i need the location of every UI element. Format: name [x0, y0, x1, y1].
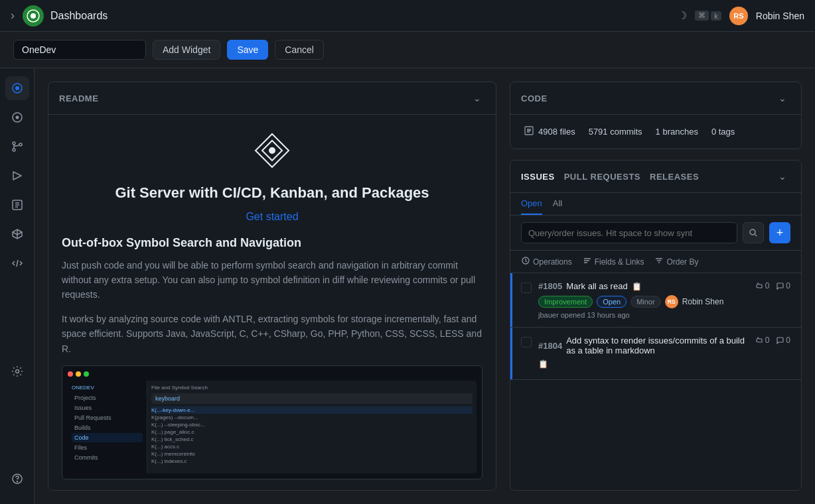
- issue-title-1804[interactable]: Add syntax to render issues/commits of a…: [566, 336, 748, 355]
- sidebar: [0, 68, 35, 504]
- stat-item-files: 4908 files: [524, 125, 575, 138]
- sidebar-item-pullrequests[interactable]: [5, 135, 29, 158]
- reaction-comment-1805[interactable]: 0: [776, 281, 790, 290]
- reaction-count-thumbsup-1804: 0: [765, 336, 770, 345]
- save-button[interactable]: Save: [227, 40, 268, 60]
- subtab-open[interactable]: Open: [521, 198, 542, 215]
- issue-meta-1805: jbauer opened 13 hours ago: [538, 311, 749, 319]
- issues-list: #1805 Mark all as read 📋 Improvement Ope…: [510, 273, 801, 380]
- issue-number-1804: #1804: [538, 341, 562, 351]
- reaction-thumbsup-1805[interactable]: 0: [755, 281, 770, 290]
- badge-open-1805[interactable]: Open: [597, 296, 627, 308]
- code-panel-chevron[interactable]: ⌄: [775, 90, 790, 106]
- sidebar-item-dashboard[interactable]: [5, 76, 29, 100]
- sc-file-item: K(...) --sleeping-obsc...: [151, 421, 473, 428]
- filter-operations[interactable]: Operations: [521, 256, 572, 267]
- issue-copy-icon-1804[interactable]: 📋: [538, 359, 548, 369]
- sc-file-item: K(...-key-down-e...: [151, 407, 473, 414]
- sidebar-item-code[interactable]: [5, 251, 29, 275]
- readme-panel: README ⌄ Git Server with CI/CD, Kanban, …: [48, 82, 496, 491]
- issues-search-button[interactable]: [743, 222, 764, 243]
- branches-count: 1 branches: [656, 127, 698, 137]
- filter-fields-label: Fields & Links: [595, 257, 644, 267]
- sidebar-item-help[interactable]: [5, 467, 29, 491]
- issues-filter-bar: Operations Fields & Links: [510, 251, 801, 273]
- issue-badges-1804: 📋: [538, 359, 749, 369]
- issues-widget: ISSUES PULL REQUESTS RELEASES ⌄ Open All: [510, 160, 802, 491]
- nav-right: ☽ ⌘ k RS Robin Shen: [678, 7, 804, 25]
- readme-panel-body: Git Server with CI/CD, Kanban, and Packa…: [48, 115, 496, 490]
- files-count: 4908 files: [538, 127, 575, 137]
- main-layout: README ⌄ Git Server with CI/CD, Kanban, …: [0, 68, 815, 504]
- readme-section-title: Out-of-box Symbol Search and Navigation: [62, 236, 482, 250]
- sidebar-item-registry[interactable]: [5, 222, 29, 246]
- sidebar-item-settings[interactable]: [5, 359, 29, 383]
- issue-copy-icon-1805[interactable]: 📋: [632, 282, 642, 291]
- badge-minor-1805[interactable]: Minor: [630, 296, 661, 308]
- issue-priority-bar-1804: [510, 328, 512, 379]
- svg-point-8: [19, 143, 22, 146]
- add-widget-button[interactable]: Add Widget: [153, 40, 220, 60]
- issue-priority-bar: [510, 273, 512, 327]
- issue-checkbox-1805[interactable]: [521, 283, 532, 293]
- dashboard-name-input[interactable]: [13, 40, 146, 60]
- reaction-count-comment-1804: 0: [786, 336, 790, 345]
- issue-item-1804: #1804 Add syntax to render issues/commit…: [510, 328, 801, 380]
- sc-file-item: K{pages) --docum...: [151, 414, 473, 421]
- issue-title-1805[interactable]: Mark all as read: [566, 281, 627, 291]
- kbd-k: k: [711, 11, 721, 21]
- sidebar-item-builds[interactable]: [5, 164, 29, 188]
- theme-toggle-icon[interactable]: ☽: [678, 9, 687, 22]
- sc-search-box: keyboard: [151, 393, 473, 404]
- sc-file-item: K(...) page_alloc.c: [151, 428, 473, 436]
- tab-releases[interactable]: RELEASES: [650, 172, 699, 182]
- sc-main: File and Symbol Search keyboard K(...-ke…: [147, 381, 477, 473]
- filter-fields-links[interactable]: Fields & Links: [583, 256, 644, 267]
- subtab-all[interactable]: All: [553, 198, 562, 215]
- readme-main-title: Git Server with CI/CD, Kanban, and Packa…: [62, 184, 482, 203]
- fields-icon: [583, 256, 592, 267]
- sidebar-item-packages[interactable]: [5, 193, 29, 217]
- code-panel-header: CODE ⌄: [510, 82, 801, 115]
- toolbar: Add Widget Save Cancel: [0, 32, 815, 68]
- readme-get-started[interactable]: Get started: [62, 211, 482, 223]
- svg-point-3: [15, 86, 19, 90]
- issues-panel-chevron[interactable]: ⌄: [775, 168, 790, 184]
- issues-search-input[interactable]: [521, 222, 737, 243]
- stat-item-branches: 1 branches: [656, 127, 698, 137]
- svg-point-13: [269, 148, 275, 153]
- badge-improvement-1805[interactable]: Improvement: [538, 296, 593, 308]
- reaction-count-thumbsup-1805: 0: [765, 281, 770, 290]
- sc-nav-builds: Builds: [72, 423, 143, 432]
- code-widget: CODE ⌄ 4908 files 5791 co: [510, 82, 802, 149]
- sc-nav-files: Files: [72, 443, 143, 452]
- svg-point-7: [13, 149, 15, 151]
- readme-panel-chevron[interactable]: ⌄: [469, 90, 485, 106]
- tab-pull-requests[interactable]: PULL REQUESTS: [564, 172, 640, 182]
- issue-content-1804: #1804 Add syntax to render issues/commit…: [538, 336, 749, 371]
- readme-panel-title: README: [59, 94, 98, 103]
- filter-order-by[interactable]: Order By: [654, 256, 698, 267]
- issue-assignee-1805: RS: [665, 295, 678, 308]
- code-stats: 4908 files 5791 commits 1 branches 0 tag…: [510, 115, 801, 149]
- tab-issues[interactable]: ISSUES: [521, 172, 555, 182]
- issue-badges-1805: Improvement Open Minor RS Robin Shen: [538, 295, 749, 308]
- sidebar-item-issues[interactable]: [5, 105, 29, 129]
- sc-nav-projects: Projects: [72, 393, 143, 403]
- svg-point-6: [13, 142, 15, 145]
- sc-file-item: K(...) memcoreinfo: [151, 450, 473, 458]
- cancel-button[interactable]: Cancel: [275, 40, 324, 60]
- issue-reactions-1805: 0 0: [755, 281, 790, 290]
- stat-item-commits: 5791 commits: [589, 127, 642, 137]
- issue-right-1804: 0 0: [755, 336, 790, 345]
- operations-icon: [521, 256, 530, 267]
- keyboard-shortcut: ⌘ k: [695, 11, 721, 21]
- orderby-icon: [654, 256, 664, 267]
- issues-add-button[interactable]: +: [769, 222, 790, 243]
- reaction-comment-1804[interactable]: 0: [776, 336, 790, 345]
- reaction-thumbsup-1804[interactable]: 0: [755, 336, 770, 345]
- issue-checkbox-1804[interactable]: [521, 337, 532, 347]
- nav-toggle-icon[interactable]: ›: [11, 9, 15, 23]
- issue-right-1805: 0 0: [755, 281, 790, 290]
- sc-file-item: K(...) indexes.c: [151, 458, 473, 465]
